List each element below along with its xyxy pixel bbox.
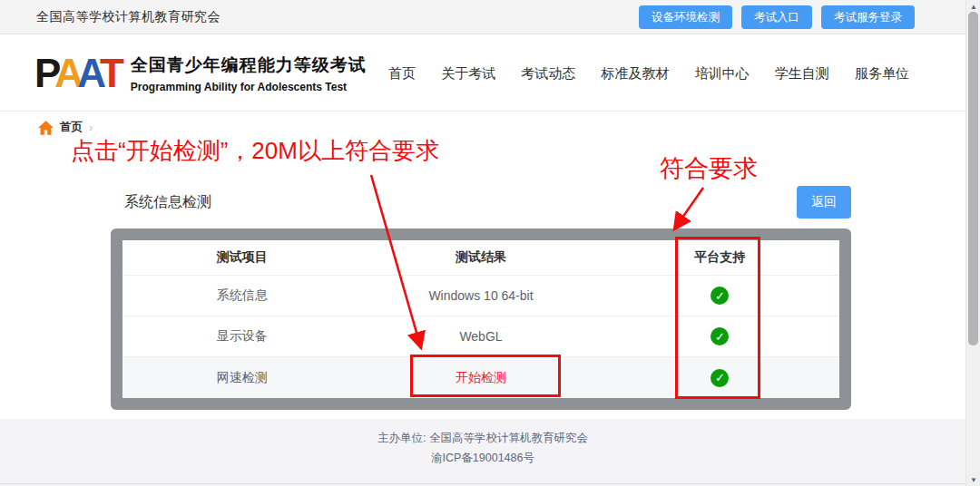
table-row: 网速检测 开始检测 ✓ [122, 357, 839, 398]
logo-letter: P [34, 48, 54, 99]
vertical-scrollbar[interactable]: ▲ ▼ [965, 0, 980, 486]
cell-platform-support: ✓ [601, 287, 839, 305]
breadcrumb-separator: › [89, 121, 93, 134]
table-header-row: 测试项目 测试结果 平台支持 [122, 240, 839, 276]
footer-icp-number: 渝ICP备19001486号 [0, 451, 965, 466]
home-icon[interactable] [38, 121, 54, 135]
site-title: 全国青少年编程能力等级考试 [131, 53, 367, 77]
annotation-text-start-test: 点击“开始检测”，20M以上符合要求 [71, 135, 439, 167]
brand-text: 全国青少年编程能力等级考试 Programming Ability for Ad… [131, 53, 367, 93]
cell-test-result: Windows 10 64-bit [361, 288, 600, 303]
cell-test-item: 系统信息 [122, 287, 361, 304]
cell-test-item: 显示设备 [122, 328, 361, 345]
nav-item-home[interactable]: 首页 [388, 65, 416, 83]
site-subtitle: Programming Ability for Adolescents Test [131, 81, 367, 93]
exam-service-login-button[interactable]: 考试服务登录 [821, 5, 915, 29]
page: 全国高等学校计算机教育研究会 设备环境检测 考试入口 考试服务登录 PAAT 全… [0, 0, 980, 486]
column-header-test-result: 测试结果 [361, 249, 600, 266]
nav-item-exam-news[interactable]: 考试动态 [521, 65, 575, 83]
check-circle-icon: ✓ [710, 287, 729, 305]
topbar-buttons: 设备环境检测 考试入口 考试服务登录 [639, 0, 915, 34]
cell-platform-support: ✓ [601, 327, 839, 345]
scrollbar-thumb[interactable] [968, 12, 978, 345]
top-bar: 全国高等学校计算机教育研究会 设备环境检测 考试入口 考试服务登录 [0, 0, 965, 34]
nav-item-standards-materials[interactable]: 标准及教材 [601, 65, 669, 83]
window-bottom-edge [0, 483, 965, 484]
main-nav: 首页 关于考试 考试动态 标准及教材 培训中心 学生自测 服务单位 [388, 35, 909, 112]
column-header-platform-support: 平台支持 [601, 249, 839, 266]
paat-logo[interactable]: PAAT [34, 48, 118, 99]
scroll-down-icon[interactable]: ▼ [966, 474, 980, 485]
organization-name: 全国高等学校计算机教育研究会 [36, 9, 220, 25]
scroll-up-icon[interactable]: ▲ [966, 1, 980, 12]
system-check-table: 测试项目 测试结果 平台支持 系统信息 Windows 10 64-bit ✓ … [111, 228, 851, 410]
logo-letter: A [54, 48, 77, 99]
breadcrumb-home[interactable]: 首页 [60, 120, 83, 135]
annotation-arrow-2 [674, 188, 703, 229]
page-footer: 主办单位: 全国高等学校计算机教育研究会 渝ICP备19001486号 [0, 419, 965, 486]
nav-item-training-center[interactable]: 培训中心 [695, 65, 750, 83]
footer-organizer: 主办单位: 全国高等学校计算机教育研究会 [0, 419, 965, 446]
table-row: 显示设备 WebGL ✓ [122, 316, 839, 357]
table-row: 系统信息 Windows 10 64-bit ✓ [122, 276, 839, 316]
annotation-text-meets-requirement: 符合要求 [660, 152, 758, 185]
start-speed-test-button[interactable]: 开始检测 [361, 370, 600, 386]
site-header: PAAT 全国青少年编程能力等级考试 Programming Ability f… [0, 35, 965, 112]
section-title: 系统信息检测 [124, 193, 211, 212]
exam-entrance-button[interactable]: 考试入口 [741, 5, 812, 29]
nav-item-about-exam[interactable]: 关于考试 [441, 65, 495, 83]
logo-letter: T [100, 48, 118, 99]
back-button[interactable]: 返回 [797, 186, 851, 219]
cell-platform-support: ✓ [601, 369, 839, 387]
column-header-test-item: 测试项目 [122, 249, 361, 266]
nav-item-service-units[interactable]: 服务单位 [855, 65, 909, 83]
breadcrumb: 首页 › [38, 120, 93, 135]
nav-item-self-test[interactable]: 学生自测 [775, 65, 829, 83]
logo-letter: A [77, 48, 100, 99]
check-circle-icon: ✓ [710, 327, 729, 345]
cell-test-result: WebGL [361, 329, 600, 344]
device-environment-check-button[interactable]: 设备环境检测 [639, 5, 732, 29]
cell-test-item: 网速检测 [122, 370, 361, 386]
check-circle-icon: ✓ [710, 369, 729, 387]
